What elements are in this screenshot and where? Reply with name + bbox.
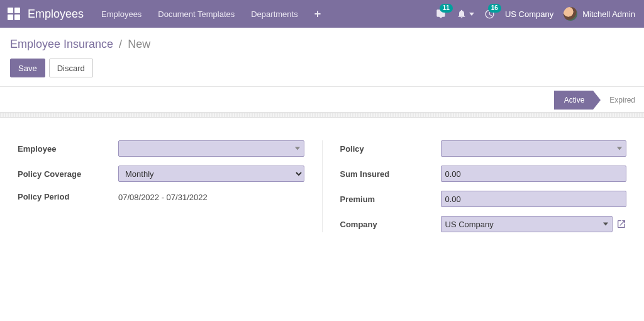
field-policy-period: Policy Period 07/08/2022 - 07/31/2022 [18, 191, 304, 202]
chevron-down-icon [469, 13, 474, 16]
policy-period-value: 07/08/2022 - 07/31/2022 [118, 191, 304, 202]
messages-badge: 11 [440, 4, 453, 13]
nav-link-document-templates[interactable]: Document Templates [158, 9, 235, 19]
brand-title[interactable]: Employees [28, 8, 84, 21]
company-switcher[interactable]: US Company [505, 9, 553, 19]
external-link-icon[interactable] [616, 219, 626, 229]
nav-add-icon[interactable]: + [314, 8, 321, 20]
breadcrumb-root[interactable]: Employee Insurance [10, 38, 113, 50]
nav-link-departments[interactable]: Departments [251, 9, 297, 19]
employee-input[interactable] [118, 140, 304, 157]
action-buttons: Save Discard [10, 59, 634, 77]
field-premium: Premium [340, 191, 627, 207]
sum-insured-input[interactable] [441, 166, 627, 182]
apps-icon[interactable] [8, 8, 20, 20]
bell-icon [457, 9, 467, 19]
breadcrumb-separator: / [119, 38, 122, 50]
chevron-down-icon [603, 223, 608, 226]
company-input[interactable]: US Company [441, 216, 613, 232]
avatar [564, 7, 577, 21]
messages-button[interactable]: 11 [435, 9, 447, 19]
divider [0, 113, 644, 118]
user-menu[interactable]: Mitchell Admin [564, 7, 635, 21]
company-value: US Company [445, 220, 494, 229]
activities-badge: 16 [488, 4, 501, 13]
policy-label: Policy [340, 144, 441, 154]
policy-coverage-select[interactable]: Monthly [118, 166, 304, 182]
field-company: Company US Company [340, 216, 627, 232]
premium-input[interactable] [441, 191, 627, 207]
sum-insured-label: Sum Insured [340, 169, 441, 179]
policy-period-label: Policy Period [18, 192, 118, 201]
nav-link-employees[interactable]: Employees [101, 9, 142, 19]
save-button[interactable]: Save [10, 59, 45, 77]
breadcrumb: Employee Insurance / New [10, 38, 634, 51]
form-sheet: Employee Policy Coverage Monthly Policy … [0, 118, 644, 245]
control-bar: Employee Insurance / New Save Discard [0, 28, 644, 87]
open-external-icon [616, 219, 626, 229]
status-bar: Active Expired [0, 87, 644, 113]
field-policy-coverage: Policy Coverage Monthly [18, 166, 304, 182]
policy-coverage-label: Policy Coverage [18, 169, 118, 179]
breadcrumb-current: New [128, 38, 150, 50]
navbar-right: 11 16 US Company Mitchell Admin [435, 7, 635, 21]
field-sum-insured: Sum Insured [340, 166, 627, 182]
nav-links: Employees Document Templates Departments… [101, 8, 321, 20]
chevron-down-icon [617, 147, 622, 150]
top-navbar: Employees Employees Document Templates D… [0, 0, 644, 28]
field-employee: Employee [18, 140, 304, 157]
premium-label: Premium [340, 194, 441, 204]
form-col-left: Employee Policy Coverage Monthly Policy … [18, 140, 322, 232]
status-active[interactable]: Active [554, 91, 594, 110]
form-col-right: Policy Sum Insured Premium Company [322, 140, 627, 232]
company-label: Company [340, 220, 441, 229]
discard-button[interactable]: Discard [49, 59, 93, 77]
notifications-button[interactable] [457, 9, 474, 19]
user-name: Mitchell Admin [582, 9, 635, 19]
chevron-down-icon [295, 147, 300, 150]
activities-button[interactable]: 16 [484, 9, 495, 20]
employee-label: Employee [18, 144, 118, 154]
field-policy: Policy [340, 140, 627, 157]
policy-input[interactable] [441, 140, 627, 157]
